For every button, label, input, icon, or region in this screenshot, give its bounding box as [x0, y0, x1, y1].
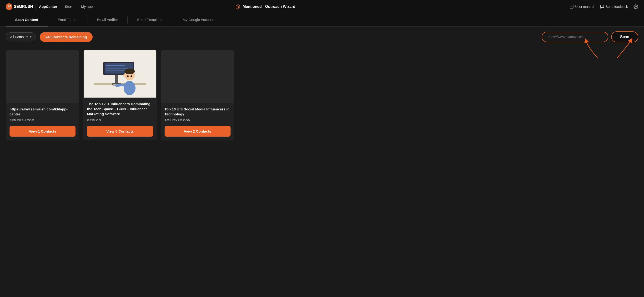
svg-point-18	[124, 81, 136, 95]
card-3-body: Top 10 U.S Social Media Influencers in T…	[161, 103, 234, 140]
toolbar-right: Scan	[542, 31, 638, 42]
feedback-icon	[600, 4, 604, 9]
svg-point-4	[635, 6, 636, 7]
app-title-text: Mentioned - Outreach Wizard	[243, 4, 295, 9]
book-icon	[570, 4, 574, 9]
semrush-text: SEMRUSH	[14, 4, 33, 9]
card-2-view-contacts-button[interactable]: View 6 Contacts	[87, 126, 153, 137]
card-1-title: https://www.semrush.com/kb/app-center	[10, 107, 76, 117]
user-manual-text: User manual	[575, 5, 594, 8]
svg-rect-15	[106, 68, 128, 69]
url-input[interactable]	[542, 32, 608, 42]
tab-scan-content[interactable]: Scan Content	[6, 13, 48, 26]
tab-email-templates[interactable]: Email Templates	[128, 13, 173, 26]
card-1-body: https://www.semrush.com/kb/app-center SE…	[6, 103, 79, 140]
card-2: The Top 12 IT Influencers Dominating the…	[83, 50, 157, 140]
brand-divider: |	[35, 4, 37, 9]
person-desk-illustration	[84, 50, 156, 98]
contacts-remaining-button[interactable]: 246 Contacts Remaining	[40, 32, 93, 42]
svg-rect-13	[106, 65, 125, 66]
domain-selector[interactable]: All Domains ▾	[6, 32, 36, 41]
toolbar: All Domains ▾ 246 Contacts Remaining Sca…	[0, 27, 644, 47]
svg-rect-14	[106, 67, 132, 67]
card-2-image	[83, 50, 157, 98]
settings-icon[interactable]	[634, 4, 638, 9]
card-3-domain: AGILITYPR.COM	[164, 118, 230, 122]
store-link[interactable]: Store	[65, 4, 73, 8]
send-feedback-link[interactable]: Send feedback	[600, 4, 628, 9]
card-1-domain: SEMRUSH.COM	[10, 118, 76, 122]
send-feedback-text: Send feedback	[606, 5, 628, 8]
card-1-image	[6, 50, 79, 103]
card-3: Top 10 U.S Social Media Influencers in T…	[161, 50, 234, 140]
card-3-title: Top 10 U.S Social Media Influencers in T…	[164, 107, 230, 117]
at-icon: @	[235, 4, 240, 9]
card-1: https://www.semrush.com/kb/app-center SE…	[6, 50, 79, 140]
tab-email-verifier[interactable]: Email Verifier	[88, 13, 128, 26]
user-manual-link[interactable]: User manual	[570, 4, 594, 9]
appcenter-label: AppCenter	[39, 4, 58, 8]
chevron-down-icon: ▾	[30, 35, 32, 38]
my-apps-link[interactable]: My apps	[81, 4, 94, 8]
svg-rect-1	[570, 5, 573, 8]
content-area: https://www.semrush.com/kb/app-center SE…	[0, 47, 644, 146]
svg-point-23	[123, 74, 125, 77]
card-3-image	[161, 50, 234, 103]
card-2-title: The Top 12 IT Influencers Dominating the…	[87, 101, 153, 116]
cards-grid: https://www.semrush.com/kb/app-center SE…	[6, 50, 234, 140]
tab-email-finder[interactable]: Email Finder	[48, 13, 87, 26]
domain-selector-label: All Domains	[10, 35, 28, 39]
card-3-view-contacts-button[interactable]: View 2 Contacts	[164, 126, 230, 137]
svg-rect-9	[115, 74, 118, 84]
svg-point-0	[6, 3, 12, 10]
scan-button[interactable]: Scan	[611, 31, 638, 42]
card-2-domain: GRIN.CO	[87, 118, 153, 122]
svg-point-21	[127, 75, 128, 77]
svg-point-20	[124, 68, 135, 74]
app-title-area: @ Mentioned - Outreach Wizard	[235, 4, 295, 9]
card-2-body: The Top 12 IT Influencers Dominating the…	[83, 98, 157, 140]
tabs-bar: Scan Content Email Finder Email Verifier…	[0, 13, 644, 27]
tab-my-google-account[interactable]: My Google Account	[173, 13, 223, 26]
semrush-logo-icon	[6, 3, 12, 10]
card-1-view-contacts-button[interactable]: View 1 Contacts	[10, 126, 76, 137]
nav-right: User manual Send feedback	[570, 4, 638, 9]
svg-point-22	[130, 75, 132, 77]
top-nav: SEMRUSH | AppCenter Store My apps @ Ment…	[0, 0, 644, 13]
brand-logo[interactable]: SEMRUSH | AppCenter	[6, 3, 57, 10]
